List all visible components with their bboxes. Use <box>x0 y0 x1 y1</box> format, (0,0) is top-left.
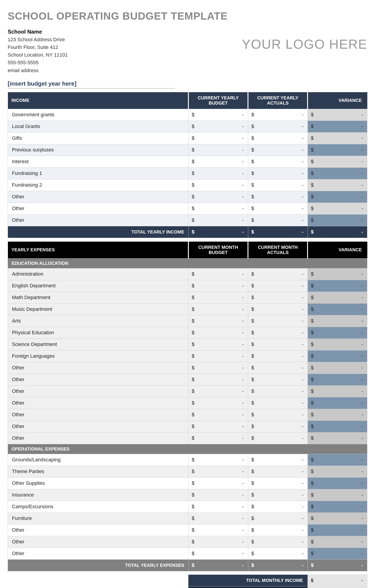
row-label: Government grants <box>8 109 189 121</box>
row-actuals: $- <box>248 327 308 338</box>
income-header: INCOME CURRENT YEARLY BUDGET CURRENT YEA… <box>8 92 367 109</box>
table-row: Insurance$-$-$- <box>8 489 367 501</box>
row-label: Furniture <box>8 513 189 524</box>
row-variance: $- <box>308 144 367 156</box>
row-variance: $- <box>308 477 367 489</box>
table-row: Other$-$-$- <box>8 203 367 214</box>
logo-placeholder: YOUR LOGO HERE <box>242 28 367 52</box>
row-budget: $- <box>188 466 248 477</box>
row-label: Music Department <box>8 303 189 315</box>
row-variance: $- <box>308 292 367 303</box>
table-row: Other$-$-$- <box>8 191 367 203</box>
row-actuals: $- <box>248 121 308 132</box>
row-budget: $- <box>188 156 248 168</box>
expenses-table: YEARLY EXPENSES CURRENT MONTH BUDGET CUR… <box>8 242 367 571</box>
row-actuals: $- <box>248 513 308 524</box>
row-label: Camps/Excursions <box>8 501 189 513</box>
income-total-label: TOTAL YEARLY INCOME <box>8 226 189 238</box>
table-row: Music Department$-$-$- <box>8 303 367 315</box>
table-row: Administration$-$-$- <box>8 268 367 280</box>
row-actuals: $- <box>248 536 308 548</box>
row-variance: $- <box>308 524 367 536</box>
row-variance: $- <box>308 303 367 315</box>
row-label: Science Department <box>8 338 189 350</box>
row-variance: $- <box>308 338 367 350</box>
row-label: Foreign Languages <box>8 350 189 362</box>
row-budget: $- <box>188 327 248 338</box>
row-label: Other <box>8 548 189 559</box>
row-actuals: $- <box>248 432 308 444</box>
row-variance: $- <box>308 214 367 226</box>
education-section-header: EDUCATION ALLOCATION <box>8 258 367 268</box>
row-budget: $- <box>188 303 248 315</box>
row-variance: $- <box>308 454 367 466</box>
school-email: email address <box>8 67 68 74</box>
row-actuals: $- <box>248 548 308 559</box>
row-variance: $- <box>308 179 367 191</box>
row-variance: $- <box>308 466 367 477</box>
income-total-actuals: $- <box>248 226 308 238</box>
income-header-actuals: CURRENT YEARLY ACTUALS <box>248 92 308 109</box>
row-actuals: $- <box>248 144 308 156</box>
row-actuals: $- <box>248 109 308 121</box>
summary-expenses-row: TOTAL MONTHLY EXPENSES $- <box>8 586 367 588</box>
row-variance: $- <box>308 536 367 548</box>
row-label: Fundraising 1 <box>8 168 189 179</box>
table-row: Other$-$-$- <box>8 385 367 397</box>
header-block: School Name 123 School Address Drive Fou… <box>8 28 367 74</box>
table-row: Previous surpluses$-$-$- <box>8 144 367 156</box>
row-actuals: $- <box>248 477 308 489</box>
row-variance: $- <box>308 191 367 203</box>
row-actuals: $- <box>248 362 308 374</box>
row-label: Other <box>8 362 189 374</box>
row-budget: $- <box>188 292 248 303</box>
row-budget: $- <box>188 454 248 466</box>
row-actuals: $- <box>248 315 308 327</box>
income-header-budget: CURRENT YEARLY BUDGET <box>188 92 248 109</box>
row-budget: $- <box>188 489 248 501</box>
row-budget: $- <box>188 168 248 179</box>
row-budget: $- <box>188 315 248 327</box>
row-label: Theme Parties <box>8 466 189 477</box>
row-actuals: $- <box>248 524 308 536</box>
summary-income-row: TOTAL MONTHLY INCOME $- <box>8 575 367 586</box>
table-row: Arts$-$-$- <box>8 315 367 327</box>
row-budget: $- <box>188 397 248 409</box>
row-actuals: $- <box>248 179 308 191</box>
income-total-budget: $- <box>188 226 248 238</box>
expenses-total-variance: $- <box>308 559 367 571</box>
row-label: Other <box>8 397 189 409</box>
row-variance: $- <box>308 109 367 121</box>
education-section-label: EDUCATION ALLOCATION <box>8 258 367 268</box>
row-budget: $- <box>188 548 248 559</box>
row-variance: $- <box>308 362 367 374</box>
expenses-header-actuals: CURRENT MONTH ACTUALS <box>248 242 308 259</box>
row-budget: $- <box>188 536 248 548</box>
row-actuals: $- <box>248 268 308 280</box>
operational-section-header: OPERATIONAL EXPENSES <box>8 444 367 454</box>
row-variance: $- <box>308 156 367 168</box>
expenses-header-variance: VARIANCE <box>308 242 367 259</box>
summary-expenses-label: TOTAL MONTHLY EXPENSES <box>188 586 308 588</box>
row-actuals: $- <box>248 397 308 409</box>
row-budget: $- <box>188 268 248 280</box>
row-actuals: $- <box>248 409 308 420</box>
table-row: Other$-$-$- <box>8 409 367 420</box>
school-info: School Name 123 School Address Drive Fou… <box>8 28 68 74</box>
row-variance: $- <box>308 548 367 559</box>
summary-expenses-value: $- <box>308 586 367 588</box>
income-table: INCOME CURRENT YEARLY BUDGET CURRENT YEA… <box>8 92 367 238</box>
operational-section-label: OPERATIONAL EXPENSES <box>8 444 367 454</box>
budget-year: [insert budget year here] <box>8 80 175 89</box>
table-row: Fundraising 2$-$-$- <box>8 179 367 191</box>
row-budget: $- <box>188 362 248 374</box>
summary-income-value: $- <box>308 575 367 586</box>
row-actuals: $- <box>248 214 308 226</box>
row-label: Other <box>8 374 189 385</box>
row-variance: $- <box>308 420 367 432</box>
row-variance: $- <box>308 168 367 179</box>
table-row: Science Department$-$-$- <box>8 338 367 350</box>
row-label: Local Grants <box>8 121 189 132</box>
row-label: Gifts <box>8 132 189 144</box>
row-label: Other <box>8 385 189 397</box>
